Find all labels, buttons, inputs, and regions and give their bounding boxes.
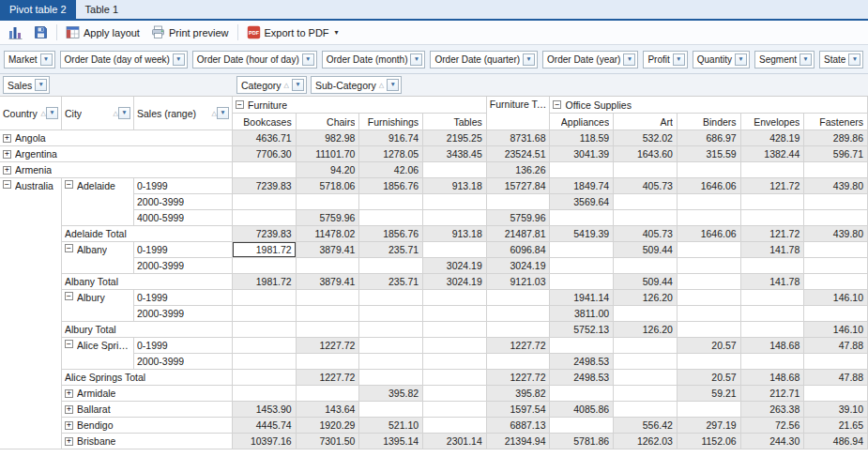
data-cell[interactable]	[614, 338, 678, 354]
data-cell[interactable]: 126.20	[614, 322, 678, 338]
data-cell[interactable]	[423, 418, 487, 434]
filter-dropdown-button[interactable]: ▼	[40, 53, 53, 66]
collapse-icon[interactable]: −	[65, 244, 73, 252]
collapse-icon[interactable]: −	[65, 340, 73, 348]
data-cell[interactable]: 5781.86	[550, 434, 614, 449]
data-area-field-sales[interactable]: Sales▼	[3, 76, 50, 94]
data-cell[interactable]: 121.72	[741, 226, 805, 242]
data-cell[interactable]: 121.72	[741, 178, 805, 194]
data-cell[interactable]	[359, 402, 423, 418]
data-cell[interactable]	[487, 290, 551, 306]
data-cell[interactable]: 20.57	[678, 370, 741, 386]
data-cell[interactable]: 1643.60	[614, 146, 678, 162]
filter-dropdown-button[interactable]: ▼	[623, 53, 635, 66]
data-cell[interactable]	[233, 386, 297, 402]
column-group-header-office-supplies[interactable]: −Office Supplies	[550, 97, 868, 114]
chart-button[interactable]	[3, 23, 28, 43]
row-header-2000-3999[interactable]: 2000-3999	[134, 354, 233, 370]
data-cell[interactable]: 913.18	[423, 226, 487, 242]
filter-field-quantity[interactable]: Quantity▼	[693, 51, 750, 69]
data-cell[interactable]: 7301.50	[297, 434, 360, 449]
filter-field-state[interactable]: State▼	[819, 51, 863, 69]
data-cell[interactable]	[678, 306, 741, 322]
row-header-0-1999[interactable]: 0-1999	[134, 338, 233, 354]
filter-field-order-date-year[interactable]: Order Date (year)▼	[542, 51, 638, 69]
data-cell[interactable]	[423, 386, 487, 402]
data-cell[interactable]: 235.71	[359, 274, 423, 290]
data-cell[interactable]: 9121.03	[487, 274, 551, 290]
data-cell[interactable]	[233, 162, 297, 178]
data-cell[interactable]	[359, 306, 423, 322]
data-cell[interactable]: 1646.06	[678, 178, 741, 194]
column-header-fasteners[interactable]: Fasteners	[804, 114, 868, 130]
row-header-albury[interactable]: −Albury	[62, 290, 134, 322]
data-cell[interactable]: 5718.06	[297, 178, 360, 194]
data-cell[interactable]: 11101.70	[297, 146, 360, 162]
data-cell[interactable]: 509.44	[614, 242, 678, 258]
data-cell[interactable]: 4636.71	[233, 130, 297, 146]
data-cell[interactable]: 2498.53	[550, 354, 614, 370]
data-cell[interactable]: 126.20	[614, 290, 678, 306]
tab-pivot-table-2[interactable]: Pivot table 2	[0, 0, 76, 19]
data-cell[interactable]: 686.97	[678, 130, 741, 146]
data-cell[interactable]: 3438.45	[423, 146, 487, 162]
data-cell[interactable]	[614, 258, 678, 274]
data-cell[interactable]: 315.59	[678, 146, 741, 162]
data-cell[interactable]: 3569.64	[550, 194, 614, 210]
data-cell[interactable]	[741, 306, 805, 322]
data-cell[interactable]: 1227.72	[487, 338, 551, 354]
data-cell[interactable]: 2301.14	[423, 434, 487, 449]
row-field-header-city[interactable]: City△▼	[62, 97, 134, 130]
data-cell[interactable]	[423, 290, 487, 306]
data-cell[interactable]	[359, 370, 423, 386]
row-header-4000-5999[interactable]: 4000-5999	[134, 210, 233, 226]
data-cell[interactable]: 521.10	[359, 418, 423, 434]
row-header-bendigo[interactable]: +Bendigo	[62, 418, 233, 434]
data-cell[interactable]	[423, 210, 487, 226]
data-cell[interactable]: 1453.90	[233, 402, 297, 418]
data-cell[interactable]: 913.18	[423, 178, 487, 194]
data-cell[interactable]: 20.57	[678, 338, 741, 354]
data-cell[interactable]	[359, 322, 423, 338]
filter-field-segment[interactable]: Segment▼	[754, 51, 815, 69]
data-cell[interactable]: 395.82	[487, 386, 551, 402]
data-cell[interactable]: 556.42	[614, 418, 678, 434]
data-cell[interactable]: 7706.30	[233, 146, 297, 162]
data-cell[interactable]	[359, 194, 423, 210]
data-cell[interactable]: 136.26	[487, 162, 551, 178]
data-cell[interactable]	[423, 162, 487, 178]
data-cell[interactable]: 94.20	[297, 162, 360, 178]
expand-icon[interactable]: +	[3, 150, 11, 159]
data-cell[interactable]	[678, 322, 741, 338]
data-cell[interactable]	[804, 210, 868, 226]
data-cell[interactable]: 7239.83	[233, 178, 297, 194]
data-cell[interactable]: 2195.25	[423, 130, 487, 146]
column-header-appliances[interactable]: Appliances	[550, 114, 614, 130]
data-cell[interactable]: 1152.06	[678, 434, 741, 449]
data-cell[interactable]: 8731.68	[487, 130, 551, 146]
data-cell[interactable]: 47.88	[804, 338, 868, 354]
data-cell[interactable]	[423, 322, 487, 338]
data-cell[interactable]: 7239.83	[233, 226, 297, 242]
column-header-bookcases[interactable]: Bookcases	[233, 114, 297, 130]
column-header-chairs[interactable]: Chairs	[297, 114, 360, 130]
data-cell[interactable]	[678, 194, 741, 210]
data-cell[interactable]	[804, 194, 868, 210]
data-cell[interactable]	[678, 258, 741, 274]
data-cell[interactable]: 1227.72	[297, 370, 360, 386]
data-cell[interactable]	[550, 162, 614, 178]
data-cell[interactable]	[550, 386, 614, 402]
filter-dropdown-button[interactable]: ▼	[302, 53, 314, 66]
column-header-furnishings[interactable]: Furnishings	[359, 114, 423, 130]
data-cell[interactable]	[297, 386, 360, 402]
expand-icon[interactable]: +	[65, 405, 73, 414]
column-group-header-furniture-total[interactable]: Furniture Total	[487, 97, 551, 130]
data-cell[interactable]	[423, 370, 487, 386]
data-cell[interactable]	[487, 354, 551, 370]
data-cell[interactable]: 148.68	[741, 338, 805, 354]
data-cell[interactable]	[423, 402, 487, 418]
row-header-brisbane[interactable]: +Brisbane	[62, 434, 233, 449]
data-cell[interactable]: 428.19	[741, 130, 805, 146]
data-cell[interactable]: 297.19	[678, 418, 741, 434]
data-cell[interactable]: 11478.02	[297, 226, 360, 242]
